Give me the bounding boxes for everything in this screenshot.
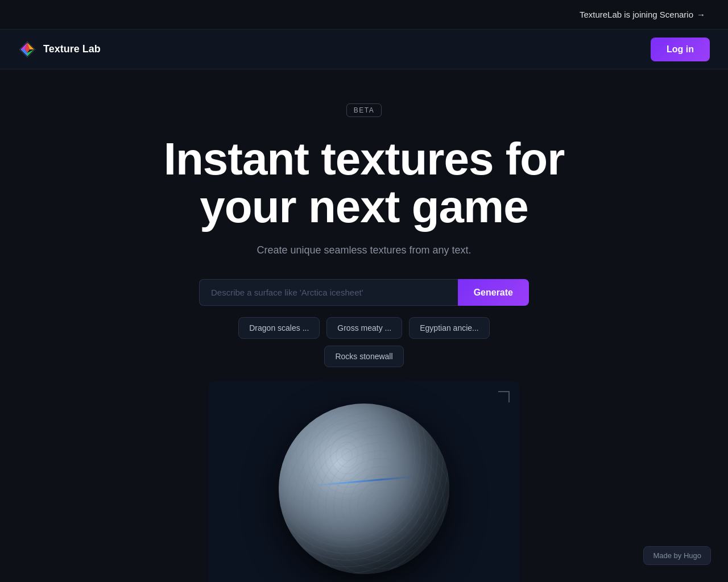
brand-name: Texture Lab — [43, 43, 101, 55]
hero-title: Instant textures for your next game — [164, 135, 565, 231]
announcement-text: TextureLab is joining Scenario — [580, 10, 693, 19]
brand-logo-icon — [18, 40, 36, 59]
preview-card — [208, 381, 520, 582]
chip-egyptian[interactable]: Egyptian ancie... — [409, 317, 490, 339]
announcement-bar: TextureLab is joining Scenario → — [0, 0, 728, 30]
sphere-container — [208, 381, 520, 582]
texture-sphere — [279, 404, 449, 574]
chip-dragon-scales[interactable]: Dragon scales ... — [238, 317, 320, 339]
hero-title-line2: your next game — [200, 181, 528, 232]
chip-rocks-stonewall[interactable]: Rocks stonewall — [324, 346, 403, 367]
hero-title-line1: Instant textures for — [164, 134, 565, 184]
announcement-arrow: → — [697, 10, 705, 19]
search-row: Generate — [199, 279, 529, 306]
hero-section: BETA Instant textures for your next game… — [0, 69, 728, 582]
navbar: Texture Lab Log in — [0, 30, 728, 69]
hero-subtitle: Create unique seamless textures from any… — [257, 244, 471, 256]
login-button[interactable]: Log in — [651, 38, 710, 61]
chip-gross-meaty[interactable]: Gross meaty ... — [326, 317, 402, 339]
beta-badge: BETA — [346, 103, 382, 117]
generate-button[interactable]: Generate — [458, 279, 529, 306]
announcement-link[interactable]: TextureLab is joining Scenario → — [580, 10, 705, 19]
chips-row: Dragon scales ... Gross meaty ... Egypti… — [199, 317, 529, 367]
search-input[interactable] — [199, 279, 458, 306]
made-by-badge: Made by Hugo — [643, 546, 711, 565]
brand: Texture Lab — [18, 40, 101, 59]
